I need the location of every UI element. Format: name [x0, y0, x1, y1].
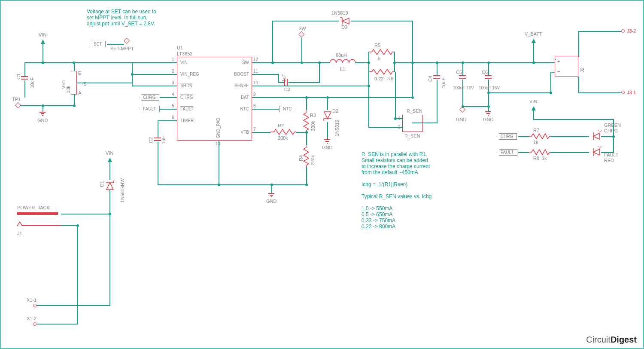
- gnd-label-caps: GND: [483, 117, 493, 122]
- rsen-footprint: [402, 115, 423, 132]
- cap-c6: [485, 75, 492, 80]
- probe-set-mppt: [124, 38, 130, 44]
- cap-c5: [459, 75, 466, 80]
- c1-val: 10uF: [30, 77, 35, 88]
- probe-sw: [298, 31, 304, 37]
- d2-val: 1N5819: [334, 120, 340, 137]
- vr1-e: E: [78, 70, 81, 76]
- pin-sw: SW: [223, 60, 249, 65]
- d1-val: 1N5819HW: [120, 178, 125, 203]
- note-rsen: R_SEN is in parallel with R1. Small resi…: [361, 151, 431, 230]
- tag-fault-ic: FAULT: [139, 106, 160, 112]
- u1-ref: U1: [177, 45, 183, 50]
- gnd-label-1: GND: [37, 118, 48, 123]
- cap-c4: [433, 75, 440, 80]
- led-red: [589, 146, 602, 159]
- d2-ref: D2: [332, 108, 338, 113]
- diode-d3: [339, 17, 351, 25]
- res-r8: [529, 149, 550, 155]
- tag-fault-led: FAULT: [497, 149, 517, 156]
- r4-val: 220k: [310, 155, 315, 165]
- c5-ref: C5: [456, 70, 462, 75]
- j3-1-label: J3-1: [627, 90, 636, 95]
- pin-timer: TIMER: [180, 118, 194, 123]
- x1-2-label: X1-2: [27, 316, 36, 321]
- r2-val: 200k: [278, 135, 288, 141]
- rsen-ref: R_SEN: [404, 133, 420, 138]
- svg-marker-13: [593, 149, 599, 155]
- diode-d1: [106, 179, 114, 191]
- c2-ref: C2: [148, 137, 153, 143]
- pin-vfb: VFB: [223, 130, 249, 135]
- net-vbatt: V_BATT: [525, 31, 542, 37]
- terminal-j3-2: [621, 29, 625, 33]
- net-vin-1: VIN: [39, 32, 46, 37]
- svg-marker-9: [593, 133, 599, 139]
- r8-ref: R8: [533, 156, 539, 161]
- vr1-a: A: [78, 90, 81, 95]
- c3-val: 1uF: [281, 74, 286, 82]
- pin-fault: FAULT: [180, 107, 193, 111]
- pin-chrg: CHRG: [180, 95, 193, 100]
- x1-1-label: X1-1: [27, 297, 36, 303]
- svg-line-11: [598, 130, 601, 131]
- pin-shdn: SHDN: [180, 83, 192, 88]
- r6-val: 0.22: [374, 76, 383, 81]
- net-vin-3: VIN: [529, 99, 537, 104]
- gnd-main: GND: [266, 199, 276, 204]
- l1-val: 68uH: [336, 52, 347, 58]
- c4-val: 10uF: [441, 77, 446, 88]
- svg-marker-3: [342, 18, 349, 24]
- note-mppt: Voltage at SET can be used to set MPPT l…: [87, 9, 156, 27]
- led-g-color: GREEN: [604, 122, 621, 128]
- r5-ref: R5: [374, 43, 380, 48]
- pin-vin: VIN: [180, 60, 188, 65]
- vr1-s: S: [83, 81, 86, 86]
- tag-set: SET: [90, 41, 106, 47]
- vin-arrow-3: [532, 106, 536, 110]
- probe-gnd: [459, 107, 465, 113]
- r3-ref: R3: [310, 113, 316, 118]
- r3-val: 330k: [310, 121, 316, 131]
- cap-c1: [21, 76, 28, 80]
- res-r7: [529, 133, 550, 139]
- pin-ntc: NTC: [223, 107, 249, 111]
- d3-ref: D3: [341, 24, 347, 30]
- schematic-canvas: Voltage at SET can be used to set MPPT l…: [0, 0, 644, 349]
- vin-arrow-1: [41, 40, 45, 44]
- set-mppt-label: SET-MPPT: [110, 46, 134, 51]
- res-r2: [270, 129, 296, 135]
- vin-arrow-2: [108, 158, 112, 162]
- led-green: [589, 130, 602, 143]
- svg-line-16: [599, 146, 602, 148]
- tag-ntc: NTC: [279, 106, 296, 112]
- cap-c2: [154, 138, 161, 142]
- tag-chrg-ic: CHRG: [139, 94, 159, 101]
- d1-ref: D1: [99, 181, 104, 187]
- u1-part: LT3652: [177, 51, 193, 56]
- c2-val: 1uF: [161, 136, 166, 144]
- net-vin-2: VIN: [106, 150, 113, 156]
- led-r-color: RED: [604, 158, 614, 163]
- r6-ref: R6: [387, 76, 393, 81]
- pin-boost: BOOST: [223, 72, 249, 77]
- potentiometer-vr1: [71, 71, 77, 95]
- j1-ref: J1: [17, 231, 22, 236]
- r2-ref: R2: [278, 123, 284, 128]
- svg-marker-0: [106, 183, 113, 190]
- c6-val: 100uF 16V: [479, 86, 500, 90]
- pin-bat: BAT: [223, 95, 249, 100]
- res-r6: [368, 69, 394, 75]
- svg-marker-6: [324, 112, 331, 119]
- r4-ref: R4: [298, 155, 304, 161]
- led-g-name: CHRG: [604, 128, 618, 133]
- inductor-l1: [330, 59, 355, 66]
- r5-val: .5: [377, 56, 380, 61]
- pwrjack-label: POWER_JACK: [17, 205, 50, 210]
- r8-val: 1k: [542, 156, 547, 161]
- res-r5: [368, 49, 394, 55]
- gnd-d2: GND: [322, 145, 332, 150]
- res-r3: [303, 110, 309, 132]
- r7-val: 1k: [533, 140, 538, 145]
- c3-ref: C3: [284, 87, 290, 92]
